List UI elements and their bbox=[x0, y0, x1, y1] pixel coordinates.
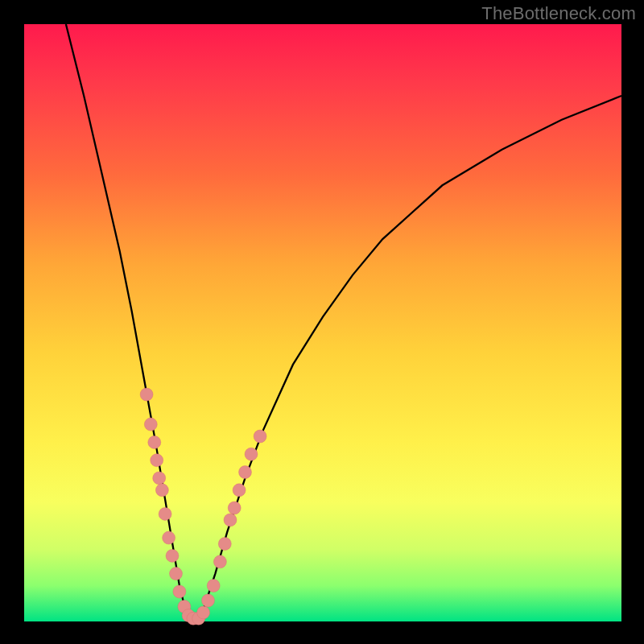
highlight-dot bbox=[170, 568, 183, 580]
highlight-dot bbox=[155, 484, 168, 497]
highlight-dot bbox=[166, 549, 179, 562]
highlight-dot bbox=[233, 484, 246, 497]
highlight-dot bbox=[197, 606, 210, 619]
highlight-dot bbox=[245, 448, 258, 460]
highlight-dot bbox=[148, 436, 161, 448]
highlight-dot bbox=[140, 388, 153, 401]
highlight-dot bbox=[144, 418, 157, 431]
chart-svg bbox=[24, 24, 621, 621]
highlight-dot bbox=[224, 514, 237, 526]
highlight-dot bbox=[153, 472, 166, 485]
highlight-dot bbox=[213, 555, 226, 568]
highlight-dot bbox=[254, 430, 266, 443]
highlight-dot bbox=[159, 507, 171, 520]
chart-plot-area bbox=[24, 24, 621, 621]
highlight-dot bbox=[228, 502, 241, 514]
highlight-dot bbox=[163, 531, 175, 544]
highlight-dot bbox=[173, 585, 186, 598]
chart-frame: TheBottleneck.com bbox=[0, 0, 644, 644]
bottleneck-curve bbox=[66, 24, 621, 621]
highlight-dot bbox=[218, 538, 231, 551]
highlight-dot bbox=[151, 454, 163, 467]
highlight-dot bbox=[202, 594, 215, 607]
highlight-dot bbox=[239, 466, 252, 479]
watermark-text: TheBottleneck.com bbox=[481, 3, 636, 24]
highlight-dot bbox=[207, 580, 220, 592]
highlight-dots-group bbox=[140, 388, 266, 625]
